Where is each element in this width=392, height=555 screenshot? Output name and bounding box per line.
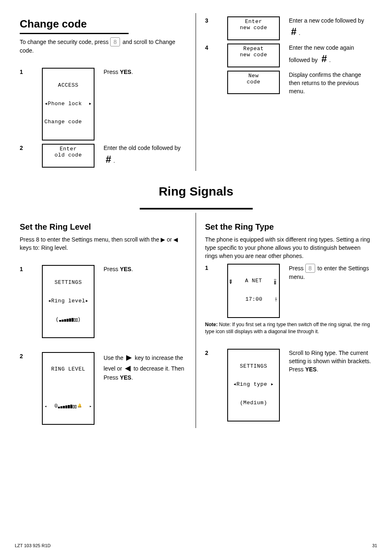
lcd-settings-ring-type: SETTINGS ◂Ring type ▸ (Medium) xyxy=(227,349,280,421)
hash-icon: # xyxy=(104,152,113,167)
battery-icon: ▭▬▬▬ xyxy=(274,279,277,284)
heading-ring-level: Set the Ring Level xyxy=(20,221,187,233)
right-arrow-icon: ▶ xyxy=(125,352,133,363)
hash-icon: # xyxy=(289,25,299,39)
lcd-enter-old-code: Enter old code xyxy=(42,144,95,168)
lcd-ring-level-adjust: RING LEVEL ◂0🔔▸ xyxy=(42,352,95,425)
ring-type-step-1: 1 ▬▬▬▪ A NET ▭▬▬▬ 17:00 ⍭ xyxy=(205,264,372,318)
ring-level-intro: Press 8 to enter the Settings menu, then… xyxy=(20,235,187,252)
change-code-step-1: 1 ACCESS ◂Phone lock▸ Change code Press … xyxy=(20,68,187,140)
lcd-enter-new-code: Enter new code xyxy=(227,16,280,40)
change-code-step-3: 3 Enter new code Enter a new code follow… xyxy=(205,16,372,40)
key-8: 8 xyxy=(110,37,120,46)
ring-level-step-2: 2 RING LEVEL ◂0🔔▸ Use the ▶ key to incre… xyxy=(20,352,187,425)
lcd-idle-screen: ▬▬▬▪ A NET ▭▬▬▬ 17:00 ⍭ xyxy=(227,264,280,318)
ring-type-note: Note: Note: If you first set a ring type… xyxy=(205,321,372,336)
footer-doc-id: LZT 103 925 R1D xyxy=(15,543,51,549)
ring-level-step-1: 1 SETTINGS ◂Ring level▸ () Press YES. xyxy=(20,265,187,338)
footer-page-num: 31 xyxy=(372,543,377,549)
change-code-confirm: New code Display confirms the change the… xyxy=(205,71,372,96)
lcd-access-phone-lock: ACCESS ◂Phone lock▸ Change code xyxy=(42,68,95,140)
lcd-new-code-confirm: New code xyxy=(227,71,280,94)
heading-ring-type: Set the Ring Type xyxy=(205,221,372,233)
change-code-step-4: 4 Repeat new code Enter the new code aga… xyxy=(205,44,372,67)
section-divider xyxy=(140,208,253,210)
antenna-icon: ⍭ xyxy=(274,297,277,302)
hash-icon: # xyxy=(319,52,329,66)
intro-change-code: To change the security code, press 8 and… xyxy=(20,37,187,55)
lcd-repeat-new-code: Repeat new code xyxy=(227,44,280,67)
change-code-step-2: 2 Enter old code Enter the old code foll… xyxy=(20,144,187,168)
ring-type-step-2: 2 SETTINGS ◂Ring type ▸ (Medium) Scroll … xyxy=(205,349,372,421)
lcd-settings-ring-level: SETTINGS ◂Ring level▸ () xyxy=(42,265,95,338)
ring-type-intro: The phone is equipped with six different… xyxy=(205,235,372,260)
key-8: 8 xyxy=(305,264,315,273)
heading-ring-signals: Ring Signals xyxy=(15,182,377,200)
left-arrow-icon: ◀ xyxy=(124,363,132,373)
heading-change-code: Change code xyxy=(20,16,129,34)
signal-icon: ▬▬▬▪ xyxy=(230,279,233,284)
